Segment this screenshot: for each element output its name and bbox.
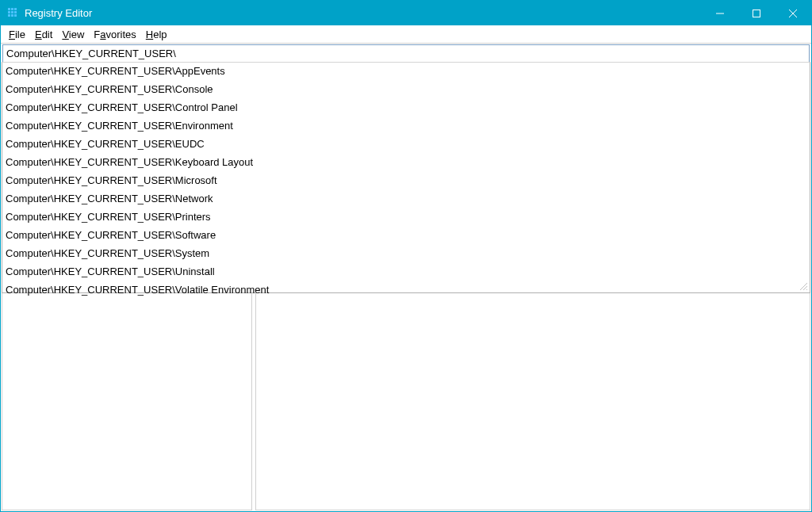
suggestion-item[interactable]: Computer\HKEY_CURRENT_USER\Printers [2,208,810,227]
menubar: FileEditViewFavoritesHelp [1,25,811,44]
svg-line-13 [800,283,807,290]
app-icon [7,7,20,20]
menu-help[interactable]: Help [141,27,172,42]
window-title: Registry Editor [25,7,702,19]
svg-rect-6 [8,14,10,17]
suggestion-item[interactable]: Computer\HKEY_CURRENT_USER\Keyboard Layo… [2,154,810,172]
svg-rect-0 [8,8,10,10]
menu-file[interactable]: File [4,27,30,42]
resize-grip-icon[interactable] [799,281,808,291]
svg-rect-1 [11,8,13,10]
close-button[interactable] [775,1,811,25]
suggestion-item[interactable]: Computer\HKEY_CURRENT_USER\Uninstall [2,263,810,281]
svg-rect-8 [14,14,17,17]
address-input[interactable] [6,48,806,59]
suggestion-item[interactable]: Computer\HKEY_CURRENT_USER\AppEvents [2,63,810,81]
menu-edit[interactable]: Edit [30,27,57,42]
svg-rect-5 [14,11,17,13]
suggestion-item[interactable]: Computer\HKEY_CURRENT_USER\Volatile Envi… [2,281,810,300]
maximize-button[interactable] [738,1,775,25]
svg-rect-3 [8,11,10,13]
window-controls [702,1,811,25]
svg-rect-7 [11,14,13,17]
suggestion-item[interactable]: Computer\HKEY_CURRENT_USER\Network [2,190,810,208]
suggestion-item[interactable]: Computer\HKEY_CURRENT_USER\Microsoft [2,172,810,190]
svg-rect-10 [753,10,760,17]
menu-view[interactable]: View [57,27,89,42]
svg-line-15 [806,289,807,290]
suggestion-item[interactable]: Computer\HKEY_CURRENT_USER\Environment [2,117,810,136]
suggestion-item[interactable]: Computer\HKEY_CURRENT_USER\Software [2,227,810,245]
suggestion-item[interactable]: Computer\HKEY_CURRENT_USER\Console [2,81,810,99]
address-bar[interactable] [2,44,810,63]
minimize-button[interactable] [702,1,738,25]
suggestion-item[interactable]: Computer\HKEY_CURRENT_USER\System [2,245,810,263]
suggestion-item[interactable]: Computer\HKEY_CURRENT_USER\Control Panel [2,99,810,117]
svg-rect-4 [11,11,13,13]
address-suggestions-dropdown: Computer\HKEY_CURRENT_USER\AppEventsComp… [2,62,810,293]
suggestion-item[interactable]: Computer\HKEY_CURRENT_USER\EUDC [2,136,810,154]
titlebar[interactable]: Registry Editor [1,1,811,25]
svg-rect-2 [14,8,17,10]
menu-favorites[interactable]: Favorites [89,27,140,42]
